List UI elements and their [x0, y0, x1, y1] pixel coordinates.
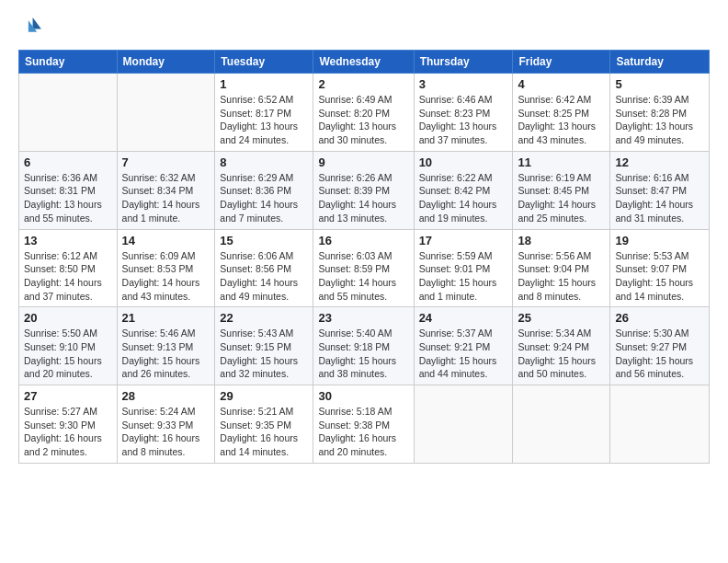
day-number: 6 [24, 155, 112, 169]
logo-icon [18, 15, 44, 40]
day-cell: 20Sunrise: 5:50 AM Sunset: 9:10 PM Dayli… [19, 307, 118, 385]
day-cell: 19Sunrise: 5:53 AM Sunset: 9:07 PM Dayli… [610, 229, 710, 307]
day-cell: 7Sunrise: 6:32 AM Sunset: 8:34 PM Daylig… [117, 151, 215, 229]
day-cell: 27Sunrise: 5:27 AM Sunset: 9:30 PM Dayli… [19, 385, 118, 464]
week-row-4: 27Sunrise: 5:27 AM Sunset: 9:30 PM Dayli… [19, 385, 710, 464]
day-info: Sunrise: 6:49 AM Sunset: 8:20 PM Dayligh… [318, 94, 396, 145]
day-number: 29 [220, 389, 308, 403]
day-info: Sunrise: 5:43 AM Sunset: 9:15 PM Dayligh… [220, 327, 298, 379]
day-cell: 17Sunrise: 5:59 AM Sunset: 9:01 PM Dayli… [414, 229, 513, 307]
day-cell: 6Sunrise: 6:36 AM Sunset: 8:31 PM Daylig… [19, 151, 118, 229]
day-number: 28 [122, 389, 210, 403]
day-info: Sunrise: 6:39 AM Sunset: 8:28 PM Dayligh… [615, 94, 693, 145]
day-cell: 21Sunrise: 5:46 AM Sunset: 9:13 PM Dayli… [117, 307, 215, 385]
day-info: Sunrise: 6:29 AM Sunset: 8:36 PM Dayligh… [220, 172, 298, 224]
day-number: 7 [122, 155, 210, 169]
day-info: Sunrise: 6:36 AM Sunset: 8:31 PM Dayligh… [24, 172, 102, 224]
header [18, 15, 710, 40]
day-cell: 24Sunrise: 5:37 AM Sunset: 9:21 PM Dayli… [414, 307, 513, 385]
day-info: Sunrise: 6:19 AM Sunset: 8:45 PM Dayligh… [518, 172, 596, 224]
week-row-3: 20Sunrise: 5:50 AM Sunset: 9:10 PM Dayli… [19, 307, 710, 385]
day-info: Sunrise: 5:53 AM Sunset: 9:07 PM Dayligh… [615, 250, 693, 302]
day-cell [414, 385, 513, 464]
day-info: Sunrise: 6:26 AM Sunset: 8:39 PM Dayligh… [318, 172, 396, 224]
day-cell: 30Sunrise: 5:18 AM Sunset: 9:38 PM Dayli… [313, 385, 414, 464]
day-info: Sunrise: 6:46 AM Sunset: 8:23 PM Dayligh… [419, 94, 497, 145]
day-info: Sunrise: 5:37 AM Sunset: 9:21 PM Dayligh… [419, 327, 497, 379]
day-cell: 5Sunrise: 6:39 AM Sunset: 8:28 PM Daylig… [610, 74, 710, 152]
day-number: 24 [419, 311, 508, 325]
weekday-header-sunday: Sunday [19, 51, 118, 74]
day-number: 8 [220, 155, 308, 169]
day-info: Sunrise: 5:34 AM Sunset: 9:24 PM Dayligh… [518, 327, 596, 379]
day-cell: 11Sunrise: 6:19 AM Sunset: 8:45 PM Dayli… [513, 151, 610, 229]
weekday-header-wednesday: Wednesday [313, 51, 414, 74]
week-row-1: 6Sunrise: 6:36 AM Sunset: 8:31 PM Daylig… [19, 151, 710, 229]
day-cell: 16Sunrise: 6:03 AM Sunset: 8:59 PM Dayli… [313, 229, 414, 307]
day-info: Sunrise: 6:42 AM Sunset: 8:25 PM Dayligh… [518, 94, 596, 145]
day-info: Sunrise: 5:21 AM Sunset: 9:35 PM Dayligh… [220, 406, 298, 457]
day-cell: 10Sunrise: 6:22 AM Sunset: 8:42 PM Dayli… [414, 151, 513, 229]
day-cell: 9Sunrise: 6:26 AM Sunset: 8:39 PM Daylig… [313, 151, 414, 229]
day-info: Sunrise: 6:12 AM Sunset: 8:50 PM Dayligh… [24, 250, 102, 302]
day-cell: 15Sunrise: 6:06 AM Sunset: 8:56 PM Dayli… [215, 229, 313, 307]
week-row-0: 1Sunrise: 6:52 AM Sunset: 8:17 PM Daylig… [19, 74, 710, 152]
day-cell: 28Sunrise: 5:24 AM Sunset: 9:33 PM Dayli… [117, 385, 215, 464]
day-info: Sunrise: 6:52 AM Sunset: 8:17 PM Dayligh… [220, 94, 298, 145]
day-cell: 8Sunrise: 6:29 AM Sunset: 8:36 PM Daylig… [215, 151, 313, 229]
day-cell: 4Sunrise: 6:42 AM Sunset: 8:25 PM Daylig… [513, 74, 610, 152]
day-info: Sunrise: 6:06 AM Sunset: 8:56 PM Dayligh… [220, 250, 298, 302]
day-info: Sunrise: 6:22 AM Sunset: 8:42 PM Dayligh… [419, 172, 497, 224]
day-cell [610, 385, 710, 464]
day-info: Sunrise: 5:30 AM Sunset: 9:27 PM Dayligh… [615, 327, 693, 379]
day-info: Sunrise: 5:40 AM Sunset: 9:18 PM Dayligh… [318, 327, 396, 379]
calendar-table: SundayMondayTuesdayWednesdayThursdayFrid… [18, 50, 710, 464]
day-cell: 29Sunrise: 5:21 AM Sunset: 9:35 PM Dayli… [215, 385, 313, 464]
day-info: Sunrise: 6:03 AM Sunset: 8:59 PM Dayligh… [318, 250, 396, 302]
day-info: Sunrise: 6:32 AM Sunset: 8:34 PM Dayligh… [122, 172, 200, 224]
day-cell [513, 385, 610, 464]
day-number: 14 [122, 234, 210, 247]
day-number: 12 [615, 155, 704, 169]
day-info: Sunrise: 5:56 AM Sunset: 9:04 PM Dayligh… [518, 250, 596, 302]
day-cell: 1Sunrise: 6:52 AM Sunset: 8:17 PM Daylig… [215, 74, 313, 152]
day-number: 26 [615, 311, 704, 325]
day-number: 17 [419, 234, 508, 247]
day-cell: 12Sunrise: 6:16 AM Sunset: 8:47 PM Dayli… [610, 151, 710, 229]
day-cell: 3Sunrise: 6:46 AM Sunset: 8:23 PM Daylig… [414, 74, 513, 152]
day-number: 3 [419, 77, 508, 91]
day-number: 1 [220, 77, 308, 91]
day-info: Sunrise: 5:18 AM Sunset: 9:38 PM Dayligh… [318, 406, 396, 457]
day-cell: 22Sunrise: 5:43 AM Sunset: 9:15 PM Dayli… [215, 307, 313, 385]
day-info: Sunrise: 6:09 AM Sunset: 8:53 PM Dayligh… [122, 250, 200, 302]
weekday-header-tuesday: Tuesday [215, 51, 313, 74]
day-number: 13 [24, 234, 112, 247]
logo [18, 15, 48, 40]
day-number: 22 [220, 311, 308, 325]
day-info: Sunrise: 5:27 AM Sunset: 9:30 PM Dayligh… [24, 406, 102, 457]
weekday-header-friday: Friday [513, 51, 610, 74]
week-row-2: 13Sunrise: 6:12 AM Sunset: 8:50 PM Dayli… [19, 229, 710, 307]
weekday-header-monday: Monday [117, 51, 215, 74]
weekday-header-thursday: Thursday [414, 51, 513, 74]
day-number: 2 [318, 77, 408, 91]
day-info: Sunrise: 5:50 AM Sunset: 9:10 PM Dayligh… [24, 327, 102, 379]
day-info: Sunrise: 5:59 AM Sunset: 9:01 PM Dayligh… [419, 250, 497, 302]
day-number: 19 [615, 234, 704, 247]
day-cell: 18Sunrise: 5:56 AM Sunset: 9:04 PM Dayli… [513, 229, 610, 307]
day-number: 18 [518, 234, 605, 247]
day-cell: 26Sunrise: 5:30 AM Sunset: 9:27 PM Dayli… [610, 307, 710, 385]
svg-marker-0 [33, 17, 41, 29]
day-info: Sunrise: 6:16 AM Sunset: 8:47 PM Dayligh… [615, 172, 693, 224]
day-number: 9 [318, 155, 408, 169]
day-number: 23 [318, 311, 408, 325]
day-info: Sunrise: 5:24 AM Sunset: 9:33 PM Dayligh… [122, 406, 200, 457]
day-cell: 25Sunrise: 5:34 AM Sunset: 9:24 PM Dayli… [513, 307, 610, 385]
day-info: Sunrise: 5:46 AM Sunset: 9:13 PM Dayligh… [122, 327, 200, 379]
day-number: 11 [518, 155, 605, 169]
day-cell [117, 74, 215, 152]
day-number: 5 [615, 77, 704, 91]
weekday-header-saturday: Saturday [610, 51, 710, 74]
day-number: 16 [318, 234, 408, 247]
day-cell: 14Sunrise: 6:09 AM Sunset: 8:53 PM Dayli… [117, 229, 215, 307]
